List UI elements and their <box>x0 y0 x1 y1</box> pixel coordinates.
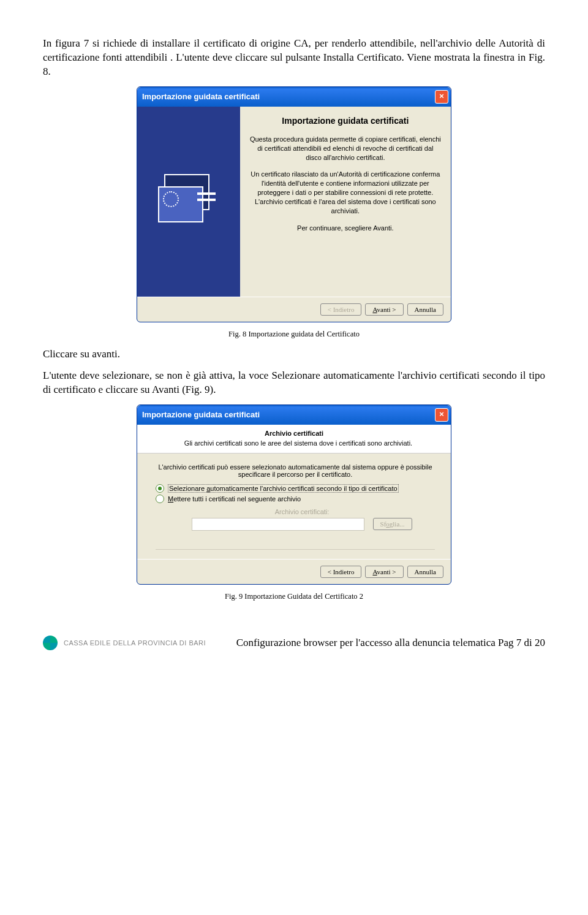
close-icon[interactable]: × <box>435 408 448 422</box>
back-button: < Indietro <box>320 303 362 316</box>
logo-icon <box>43 636 58 650</box>
lead-text: L'archivio certificati può essere selezi… <box>156 463 435 478</box>
paragraph-3: L'utente deve selezionare, se non è già … <box>43 369 545 397</box>
wizard-heading: Importazione guidata certificati <box>249 116 442 126</box>
page-footer: CASSA EDILE DELLA PROVINCIA DI BARI Conf… <box>0 628 588 660</box>
step-subtitle: Gli archivi certificati sono le aree del… <box>146 439 442 447</box>
cancel-button[interactable]: Annulla <box>407 566 443 578</box>
cancel-button[interactable]: Annulla <box>407 303 443 316</box>
radio-auto-select[interactable]: Selezionare automaticamente l'archivio c… <box>156 484 435 493</box>
titlebar: Importazione guidata certificati × <box>137 87 451 107</box>
page-number: Configurazione browser per l'accesso all… <box>236 637 545 649</box>
wizard-sidebar <box>137 107 240 297</box>
wizard-dialog-2: Importazione guidata certificati × Archi… <box>137 404 451 585</box>
radio-specify-store[interactable]: Mettere tutti i certificati nel seguente… <box>156 495 435 503</box>
titlebar: Importazione guidata certificati × <box>137 405 451 425</box>
certificate-icon <box>158 174 219 229</box>
wizard-text: Un certificato rilasciato da un'Autorità… <box>249 170 442 215</box>
back-button[interactable]: < Indietro <box>320 566 362 578</box>
figure-caption-9: Fig. 9 Importazione Guidata del Certific… <box>43 592 545 601</box>
step-title: Archivio certificati <box>146 430 442 437</box>
dialog-title: Importazione guidata certificati <box>142 92 260 101</box>
close-icon[interactable]: × <box>435 90 448 104</box>
wizard-dialog-1: Importazione guidata certificati × Impor… <box>137 86 451 322</box>
wizard-text: Per continuare, scegliere Avanti. <box>249 224 442 233</box>
browse-button: Sfoglia... <box>373 518 412 530</box>
figure-caption-8: Fig. 8 Importazione guidata del Certific… <box>43 330 545 339</box>
wizard-text: Questa procedura guidata permette di cop… <box>249 135 442 162</box>
store-label: Archivio certificati: <box>169 508 435 515</box>
next-button[interactable]: Avanti > <box>365 303 403 316</box>
next-button[interactable]: Avanti > <box>365 566 403 578</box>
store-input <box>192 518 364 531</box>
dialog-title: Importazione guidata certificati <box>142 410 260 419</box>
radio-icon <box>156 495 164 503</box>
radio-icon <box>156 484 164 493</box>
paragraph-1: In figura 7 si richiede di installare il… <box>43 37 545 79</box>
footer-brand: CASSA EDILE DELLA PROVINCIA DI BARI <box>64 639 206 647</box>
paragraph-click-next: Cliccare su avanti. <box>43 347 545 362</box>
